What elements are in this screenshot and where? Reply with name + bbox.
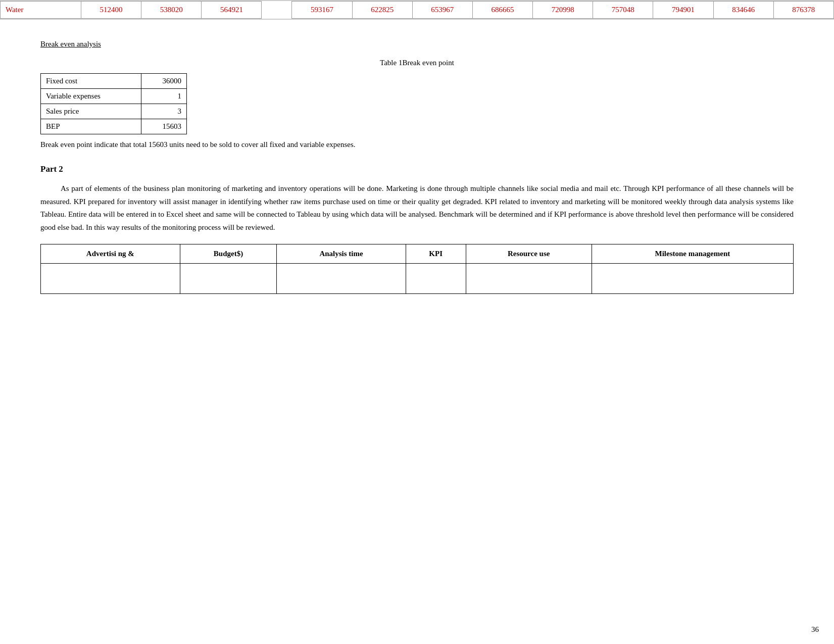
water-val-5: 622825 [352, 2, 412, 19]
bep-val-1: 36000 [141, 74, 187, 89]
kpi-cell-3 [277, 264, 406, 294]
kpi-cell-2 [180, 264, 277, 294]
water-val-12: 876378 [773, 2, 833, 19]
part2-paragraph: As part of elements of the business plan… [40, 182, 794, 234]
kpi-col-6: Milestone management [592, 244, 793, 264]
water-val-9: 757048 [593, 2, 653, 19]
kpi-col-2: Budget$) [180, 244, 277, 264]
water-val-1: 512400 [81, 2, 141, 19]
page-number: 36 [811, 625, 819, 634]
water-val-11: 834646 [713, 2, 773, 19]
kpi-header-label-4: KPI [429, 250, 443, 258]
table-row: Sales price 3 [41, 104, 187, 119]
part2-heading: Part 2 [40, 164, 794, 174]
water-table: Water 512400 538020 564921 593167 622825… [0, 1, 834, 19]
water-label: Water [1, 2, 81, 19]
water-val-10: 794901 [653, 2, 713, 19]
bep-label-2: Variable expenses [41, 89, 141, 104]
bep-label-4: BEP [41, 119, 141, 134]
table-caption: Table 1Break even point [40, 59, 794, 67]
water-val-8: 720998 [533, 2, 593, 19]
kpi-col-3: Analysis time [277, 244, 406, 264]
kpi-col-1: Advertisi ng & [41, 244, 180, 264]
water-val-6: 653967 [412, 2, 472, 19]
water-val-3: 564921 [202, 2, 262, 19]
water-val-4: 593167 [292, 2, 352, 19]
kpi-cell-4 [406, 264, 466, 294]
kpi-cell-5 [466, 264, 592, 294]
kpi-cell-6 [592, 264, 793, 294]
bep-val-3: 3 [141, 104, 187, 119]
bep-table: Fixed cost 36000 Variable expenses 1 Sal… [40, 73, 187, 134]
kpi-col-5: Resource use [466, 244, 592, 264]
break-even-link[interactable]: Break even analysis [40, 40, 101, 48]
kpi-header-label-2: Budget$) [214, 250, 243, 258]
water-spacer [262, 2, 292, 19]
table-row: Fixed cost 36000 [41, 74, 187, 89]
water-val-7: 686665 [472, 2, 532, 19]
kpi-header-row: Advertisi ng & Budget$) Analysis time KP… [41, 244, 794, 264]
water-val-2: 538020 [141, 2, 202, 19]
kpi-cell-1 [41, 264, 180, 294]
kpi-col-4: KPI [406, 244, 466, 264]
kpi-header-label-5: Resource use [508, 250, 550, 258]
bep-label-1: Fixed cost [41, 74, 141, 89]
kpi-table: Advertisi ng & Budget$) Analysis time KP… [40, 244, 794, 294]
kpi-header-label-1: Advertisi ng & [86, 250, 134, 258]
kpi-header-label-3: Analysis time [319, 250, 363, 258]
table-row: BEP 15603 [41, 119, 187, 134]
water-table-section: Water 512400 538020 564921 593167 622825… [0, 0, 834, 20]
bep-note: Break even point indicate that total 156… [40, 140, 794, 149]
table-row: Variable expenses 1 [41, 89, 187, 104]
kpi-data-row [41, 264, 794, 294]
bep-label-3: Sales price [41, 104, 141, 119]
bep-val-4: 15603 [141, 119, 187, 134]
kpi-header-label-6: Milestone management [655, 250, 730, 258]
main-content: Break even analysis Table 1Break even po… [0, 20, 834, 309]
bep-val-2: 1 [141, 89, 187, 104]
